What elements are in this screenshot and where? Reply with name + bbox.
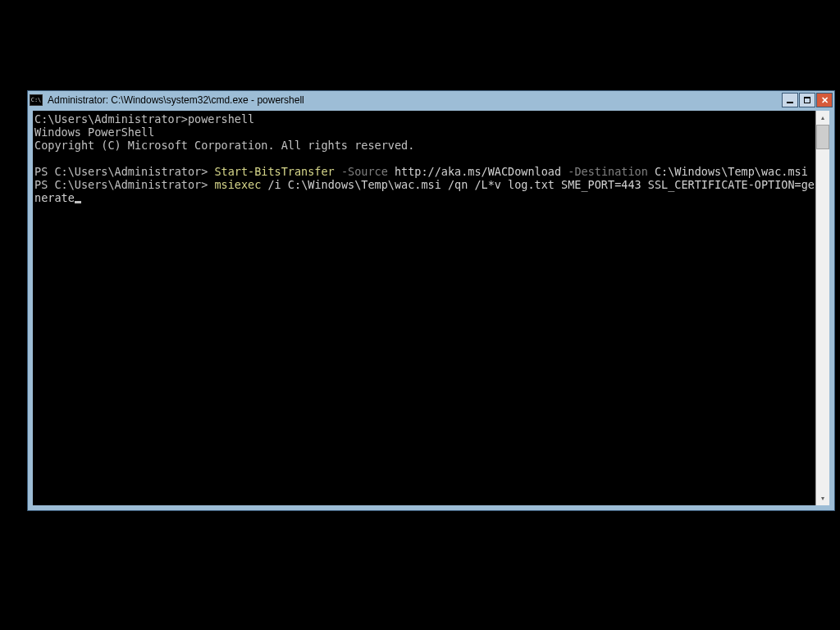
output-line: Copyright (C) Microsoft Corporation. All…: [34, 139, 815, 152]
cmd-prompt: C:\Users\Administrator>: [34, 112, 188, 126]
ps-cmdlet: Start-BitsTransfer: [214, 165, 334, 178]
output-line: Windows PowerShell: [34, 126, 815, 139]
scroll-track[interactable]: [816, 125, 829, 491]
terminal-output[interactable]: C:\Users\Administrator>powershellWindows…: [33, 111, 815, 505]
scroll-down-button[interactable]: ▾: [816, 491, 829, 505]
close-button[interactable]: ✕: [816, 93, 833, 107]
maximize-button[interactable]: [799, 93, 815, 107]
terminal-window: C:\ Administrator: C:\Windows\system32\c…: [27, 90, 835, 511]
minimize-button[interactable]: [782, 93, 798, 107]
scroll-thumb[interactable]: [816, 125, 829, 149]
ps-prompt: PS C:\Users\Administrator>: [34, 165, 214, 178]
ps-arg: http://aka.ms/WACDownload: [395, 165, 561, 178]
cmd-icon: C:\: [30, 94, 43, 106]
scroll-up-button[interactable]: ▴: [816, 111, 829, 125]
cmd-text: powershell: [188, 112, 254, 126]
titlebar[interactable]: C:\ Administrator: C:\Windows\system32\c…: [28, 91, 834, 109]
ps-param: -Destination: [561, 165, 655, 178]
ps-cmdlet: msiexec: [214, 178, 261, 191]
cursor-icon: [75, 201, 81, 203]
window-title: Administrator: C:\Windows\system32\cmd.e…: [48, 94, 782, 106]
window-controls: ✕: [782, 93, 833, 107]
scrollbar[interactable]: ▴ ▾: [815, 111, 829, 505]
ps-arg: C:\Windows\Temp\wac.msi: [655, 165, 808, 178]
ps-prompt: PS C:\Users\Administrator>: [34, 178, 214, 191]
terminal-wrapper: C:\Users\Administrator>powershellWindows…: [33, 111, 829, 505]
ps-param: -Source: [335, 165, 395, 178]
